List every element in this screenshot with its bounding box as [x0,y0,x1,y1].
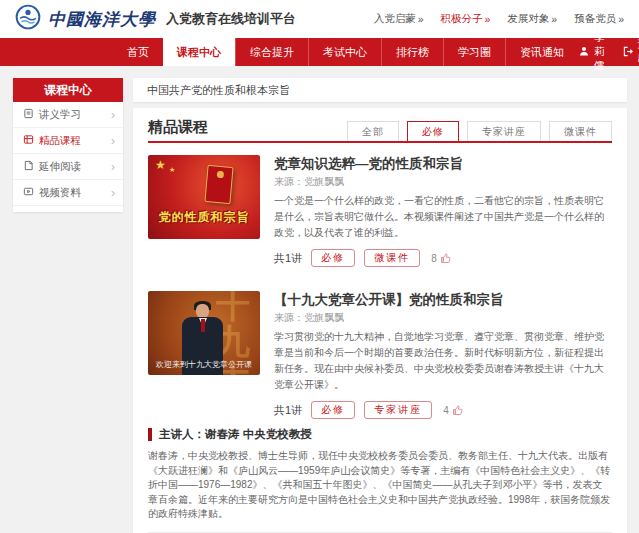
stage-link-probationary-member[interactable]: 预备党员» [574,12,624,26]
nav-item-course-center[interactable]: 课程中心 [163,38,235,66]
thumbnail-caption: 欢迎来到十九大党章公开课 [148,359,260,370]
nav-item-exam-center[interactable]: 考试中心 [308,38,381,66]
like-button[interactable]: 8 [431,252,452,264]
lecture-notes-icon [23,108,34,121]
sidebar-item-video-materials[interactable]: 视频资料 › [13,180,123,206]
stage-link-activist[interactable]: 积极分子» [440,12,490,26]
course-description: 一个党是一个什么样的政党，一看它的性质，二看他它的宗旨，性质表明它是什么，宗旨表… [274,193,612,241]
tag-expert-lecture: 专家讲座 [364,401,432,419]
nav-items: 首页 课程中心 综合提升 考试中心 排行榜 学习圈 资讯通知 [113,38,578,66]
chevron-right-icon: › [111,186,115,200]
tag-micro-courseware: 微课件 [364,249,420,267]
course-source: 来源：党旗飘飘 [274,311,612,325]
star-icon: ★ [155,158,166,172]
chevrons-icon: » [418,13,424,25]
star-icon: ★ [169,166,175,174]
course-description: 学习贯彻党的十九大精神，自觉地学习党章、遵守党章、贯彻党章、维护党章是当前和今后… [274,329,612,393]
tag-required: 必修 [311,249,355,267]
nav-item-improvement[interactable]: 综合提升 [235,38,308,66]
chevron-right-icon: › [111,108,115,122]
user-name: 李莉儒 [594,31,605,73]
logout-icon [623,46,634,59]
featured-courses-icon [23,134,34,147]
university-name: 中國海洋大學 [48,8,156,31]
user-account[interactable]: 李莉儒 [578,31,605,73]
like-button[interactable]: 4 [443,404,464,416]
extended-reading-icon [23,160,34,173]
video-materials-icon [23,186,34,199]
thumbnail-caption: 党的性质和宗旨 [148,209,260,226]
sidebar-title: 课程中心 [13,78,123,102]
divider [148,532,612,533]
user-avatar-icon [578,45,590,59]
lecture-count: 共1讲 [274,403,302,418]
nav-item-home[interactable]: 首页 [113,38,163,66]
filter-tabs: 全部 必修 专家讲座 微课件 [347,121,612,141]
speaker-section: 主讲人：谢春涛 中央党校教授 谢春涛，中央党校教授、博士生导师，现任中央党校校务… [148,427,612,522]
like-count: 4 [443,405,449,416]
breadcrumb: 中国共产党的性质和根本宗旨 [133,78,627,102]
course-body: 党章知识选粹—党的性质和宗旨 来源：党旗飘飘 一个党是一个什么样的政党，一看它的… [274,155,612,267]
course-body: 【十九大党章公开课】党的性质和宗旨 来源：党旗飘飘 学习贯彻党的十九大精神，自觉… [274,291,612,419]
nav-item-news[interactable]: 资讯通知 [505,38,578,66]
course-card: 十九大 欢迎来到十九大党章公开课 【十九大党章公开课】党的性质和宗旨 来源：党旗… [148,291,612,419]
course-card: ★ ★ 党的性质和宗旨 党章知识选粹—党的性质和宗旨 来源：党旗飘飘 一个党是一… [148,155,612,267]
chevrons-icon: » [618,13,624,25]
logout-button[interactable]: 退出 [623,38,639,66]
thumbs-up-icon [452,404,464,416]
nav-item-leaderboard[interactable]: 排行榜 [381,38,443,66]
red-bar-decoration [148,428,152,441]
stage-links: 入党启蒙» 积极分子» 发展对象» 预备党员» [374,12,624,26]
sidebar-item-extended-reading[interactable]: 延伸阅读 › [13,154,123,180]
sidebar-item-lecture-notes[interactable]: 讲义学习 › [13,102,123,128]
course-source: 来源：党旗飘飘 [274,175,612,189]
top-header: 中國海洋大學 入党教育在线培训平台 入党启蒙» 积极分子» 发展对象» 预备党员… [0,0,639,38]
sidebar: 课程中心 讲义学习 › 精品课程 › 延伸阅读 › 视频资料 › [13,78,123,212]
university-logo-icon [15,4,41,34]
course-title[interactable]: 党章知识选粹—党的性质和宗旨 [274,155,612,173]
speaker-label: 主讲人：谢春涛 中央党校教授 [148,427,612,442]
user-area: 李莉儒 退出 [578,38,639,66]
course-footer: 共1讲 必修 专家讲座 4 [274,401,612,419]
main-column: 中国共产党的性质和根本宗旨 精品课程 全部 必修 专家讲座 微课件 ★ ★ 党的… [133,78,627,533]
thumbs-up-icon [440,252,452,264]
course-panel: 精品课程 全部 必修 专家讲座 微课件 ★ ★ 党的性质和宗旨 党章知识选粹—党… [133,108,627,533]
tab-required[interactable]: 必修 [407,121,459,141]
content: 课程中心 讲义学习 › 精品课程 › 延伸阅读 › 视频资料 › 中国共产党的性… [0,66,639,533]
course-footer: 共1讲 必修 微课件 8 [274,249,612,267]
sidebar-item-featured-courses[interactable]: 精品课程 › [13,128,123,154]
tab-all[interactable]: 全部 [347,121,399,141]
speaker-bio: 谢春涛，中央党校教授、博士生导师，现任中央党校校务委员会委员、教务部主任、十九大… [148,449,612,522]
like-count: 8 [431,253,437,264]
main-nav: 首页 课程中心 综合提升 考试中心 排行榜 学习圈 资讯通知 李莉儒 退出 [0,38,639,66]
chevrons-icon: » [551,13,557,25]
page-title: 中国共产党的性质和根本宗旨 [147,84,290,96]
tag-required: 必修 [311,401,355,419]
brand: 中國海洋大學 入党教育在线培训平台 [15,4,296,34]
tab-expert-lecture[interactable]: 专家讲座 [467,121,541,141]
tab-micro-courseware[interactable]: 微课件 [549,121,612,141]
platform-title: 入党教育在线培训平台 [166,10,296,28]
chevrons-icon: » [484,13,490,25]
panel-header: 精品课程 全部 必修 专家讲座 微课件 [148,118,612,143]
course-title[interactable]: 【十九大党章公开课】党的性质和宗旨 [274,291,612,309]
stage-link-development-target[interactable]: 发展对象» [507,12,557,26]
section-title: 精品课程 [148,118,208,137]
stage-link-enlightenment[interactable]: 入党启蒙» [374,12,424,26]
party-constitution-book-icon [204,165,233,204]
course-thumbnail[interactable]: 十九大 欢迎来到十九大党章公开课 [148,291,260,375]
chevron-right-icon: › [111,134,115,148]
course-thumbnail[interactable]: ★ ★ 党的性质和宗旨 [148,155,260,239]
chevron-right-icon: › [111,160,115,174]
lecture-count: 共1讲 [274,251,302,266]
nav-item-study-circle[interactable]: 学习圈 [443,38,505,66]
